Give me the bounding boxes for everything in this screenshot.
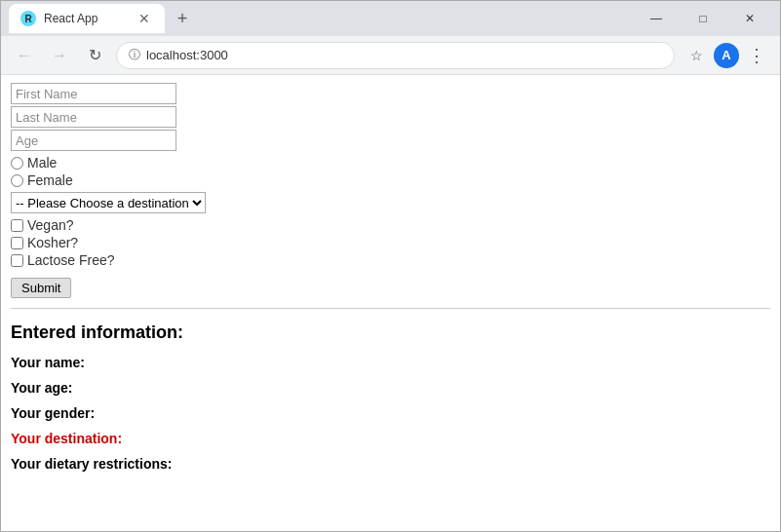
bookmark-icon[interactable]: ☆ — [683, 42, 710, 69]
male-radio[interactable] — [11, 157, 23, 170]
lactose-label: Lactose Free? — [27, 252, 115, 268]
dietary-label: Your dietary restrictions: — [11, 456, 172, 472]
male-radio-label[interactable]: Male — [11, 155, 770, 171]
tab-favicon: R — [20, 11, 36, 26]
maximize-button[interactable]: □ — [681, 4, 725, 33]
male-label: Male — [27, 155, 57, 171]
gender-row: Your gender: — [11, 405, 770, 421]
vegan-checkbox[interactable] — [11, 219, 23, 232]
info-section: Entered information: Your name: Your age… — [11, 319, 770, 485]
name-label: Your name: — [11, 355, 85, 370]
browser-menu-button[interactable]: ⋮ — [743, 42, 770, 69]
vegan-label: Vegan? — [27, 217, 74, 233]
address-actions: ☆ A ⋮ — [683, 42, 770, 69]
female-radio-label[interactable]: Female — [11, 172, 770, 188]
gender-label: Your gender: — [11, 405, 95, 421]
dietary-checkbox-group: Vegan? Kosher? Lactose Free? — [11, 217, 770, 268]
form-section: Male Female -- Please Choose a destinati… — [11, 83, 770, 298]
gender-radio-group: Male Female — [11, 155, 770, 188]
window-controls: — □ ✕ — [634, 4, 772, 33]
last-name-input[interactable] — [11, 106, 176, 128]
lactose-checkbox[interactable] — [11, 254, 23, 267]
page-content: Male Female -- Please Choose a destinati… — [1, 75, 780, 531]
back-button[interactable]: ← — [11, 42, 38, 69]
female-radio[interactable] — [11, 174, 23, 187]
url-text: localhost:3000 — [146, 48, 228, 62]
tab-title: React App — [44, 12, 128, 25]
submit-button[interactable]: Submit — [11, 278, 71, 298]
browser-window: R React App ✕ + — □ ✕ ← → ↻ ⓘ localhost:… — [0, 0, 781, 532]
vegan-checkbox-label[interactable]: Vegan? — [11, 217, 770, 233]
age-label: Your age: — [11, 380, 73, 396]
close-window-button[interactable]: ✕ — [727, 4, 772, 33]
female-label: Female — [27, 172, 73, 188]
new-tab-button[interactable]: + — [169, 5, 196, 32]
url-bar[interactable]: ⓘ localhost:3000 — [116, 42, 675, 69]
browser-tab[interactable]: R React App ✕ — [9, 4, 165, 33]
address-bar: ← → ↻ ⓘ localhost:3000 ☆ A ⋮ — [1, 36, 780, 75]
url-lock-icon: ⓘ — [129, 47, 140, 63]
section-divider — [11, 308, 770, 309]
reload-button[interactable]: ↻ — [81, 42, 108, 69]
dietary-row: Your dietary restrictions: — [11, 456, 770, 472]
title-bar: R React App ✕ + — □ ✕ — [1, 1, 780, 36]
info-heading: Entered information: — [11, 323, 770, 343]
age-row: Your age: — [11, 380, 770, 396]
kosher-checkbox[interactable] — [11, 237, 23, 249]
lactose-checkbox-label[interactable]: Lactose Free? — [11, 252, 770, 268]
tab-close-button[interactable]: ✕ — [136, 10, 153, 27]
destination-select[interactable]: -- Please Choose a destination -- New Yo… — [11, 192, 206, 213]
first-name-input[interactable] — [11, 83, 176, 104]
forward-button[interactable]: → — [46, 42, 73, 69]
destination-label: Your destination: — [11, 431, 122, 446]
profile-avatar[interactable]: A — [714, 43, 739, 68]
age-input[interactable] — [11, 130, 176, 151]
kosher-checkbox-label[interactable]: Kosher? — [11, 235, 770, 250]
name-row: Your name: — [11, 355, 770, 370]
minimize-button[interactable]: — — [634, 4, 679, 33]
destination-row: Your destination: — [11, 431, 770, 446]
kosher-label: Kosher? — [27, 235, 78, 250]
